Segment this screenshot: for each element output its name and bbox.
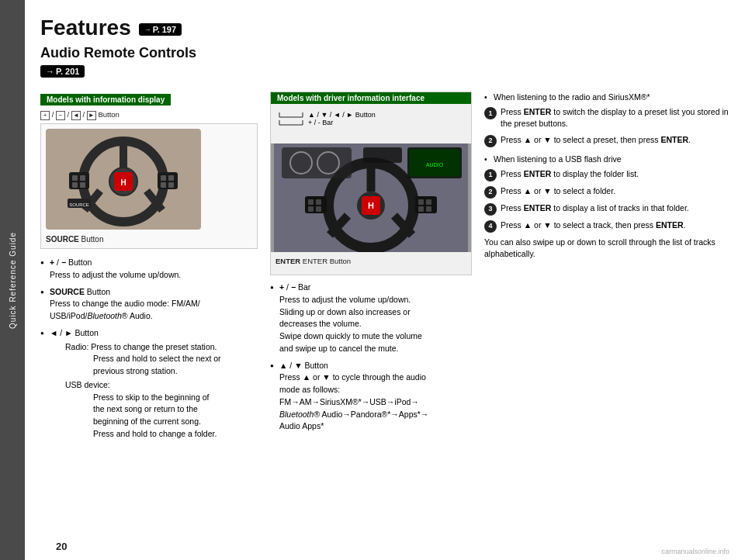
note-text: You can also swipe up or down to scroll …	[484, 237, 729, 260]
svg-rect-13	[158, 172, 178, 189]
driver-wheel-svg: H	[274, 143, 468, 252]
radio-indent2: Press and hold to select the next or pre…	[65, 353, 258, 378]
step-num-2-usb: 2	[484, 186, 497, 199]
step-num-1: 1	[484, 107, 497, 119]
driver-info-box: Models with driver information interface…	[270, 92, 472, 275]
plus-symbol: +	[40, 111, 50, 120]
step-num-1-usb: 1	[484, 169, 497, 181]
right-column: When listening to the radio and SiriusXM…	[484, 92, 729, 445]
radio-indent: Radio: Press to change the preset statio…	[50, 341, 258, 378]
when-usb-intro: When listening to a USB flash drive	[484, 154, 729, 165]
content-area: Models with information display + / − / …	[40, 92, 729, 445]
left-diagram-box: H	[40, 123, 258, 249]
mid-bullet-bar: + / − Bar Press to adjust the volume up/…	[270, 282, 472, 355]
svg-rect-17	[168, 182, 174, 188]
step-3-usb: 3 Press ENTER to display a list of track…	[484, 202, 729, 216]
page-title: Features	[40, 16, 131, 40]
bracket-arrow2	[275, 119, 307, 126]
svg-rect-11	[72, 182, 78, 188]
step-1-radio: 1 Press ENTER to switch the display to a…	[484, 106, 729, 130]
page-number: 20	[56, 541, 67, 552]
svg-rect-8	[69, 172, 89, 189]
mid-label-arrows: ▲ / ▼ / ◄ / ► Button	[275, 111, 466, 119]
enter-btn-caption: ENTER ENTER Button	[271, 255, 471, 270]
bullet-prev-next: ◄ / ► Button Radio: Press to change the …	[40, 327, 258, 441]
step-num-3-usb: 3	[484, 203, 497, 216]
svg-rect-9	[72, 175, 78, 181]
svg-rect-38	[316, 206, 321, 212]
left-button-line: + / − / ◄ / ► Button	[40, 110, 258, 120]
usb-indent2: Press to skip to the beginning of the ne…	[65, 392, 258, 441]
svg-rect-40	[418, 199, 424, 205]
bracket-arrow	[275, 111, 307, 119]
svg-rect-12	[80, 182, 85, 188]
step-num-4-usb: 4	[484, 220, 497, 233]
step-4-usb: 4 Press ▲ or ▼ to select a track, then p…	[484, 220, 729, 233]
driver-info-label: Models with driver information interface	[271, 92, 471, 104]
when-radio-intro: When listening to the radio and SiriusXM…	[484, 92, 729, 103]
bullet-source: SOURCE Button Press to change the audio …	[40, 286, 258, 323]
left-bullet-list: + / − Button Press to adjust the volume …	[40, 257, 258, 441]
left-info-label: Models with information display	[40, 94, 171, 105]
sidebar: Quick Reference Guide	[0, 0, 25, 560]
sidebar-label: Quick Reference Guide	[9, 232, 17, 329]
right-arrow-symbol: ►	[87, 111, 96, 120]
svg-rect-47	[363, 147, 402, 163]
middle-column: Models with driver information interface…	[270, 92, 472, 445]
step-2-radio: 2 Press ▲ or ▼ to select a preset, then …	[484, 134, 729, 147]
svg-text:SOURCE: SOURCE	[69, 202, 89, 207]
svg-rect-16	[161, 182, 166, 188]
minus-symbol: −	[56, 111, 65, 120]
step-1-usb: 1 Press ENTER to display the folder list…	[484, 168, 729, 181]
left-column: Models with information display + / − / …	[40, 92, 258, 445]
step-num-2: 2	[484, 135, 497, 147]
mid-bullet-arrow-btn: ▲ / ▼ Button Press ▲ or ▼ to cycle throu…	[270, 360, 472, 434]
svg-rect-41	[426, 199, 431, 205]
bullet-plus-minus: + / − Button Press to adjust the volume …	[40, 257, 258, 282]
svg-rect-35	[308, 199, 314, 205]
section-title: Audio Remote Controls	[40, 45, 729, 61]
driver-steering-image: H	[271, 143, 471, 252]
watermark: carmanualsonline.info	[661, 548, 729, 555]
section-ref-badge: → P. 201	[40, 65, 85, 78]
svg-text:H: H	[368, 201, 374, 210]
svg-rect-15	[168, 175, 174, 181]
svg-rect-37	[308, 206, 314, 212]
main-content: Features → P. 197 Audio Remote Controls …	[25, 0, 745, 560]
svg-rect-43	[426, 206, 431, 212]
step-2-usb: 2 Press ▲ or ▼ to select a folder.	[484, 185, 729, 199]
source-caption: SOURCE Button	[46, 235, 252, 244]
svg-rect-10	[80, 175, 85, 181]
left-steering-diagram: H	[46, 129, 201, 230]
svg-text:H: H	[120, 178, 126, 187]
mid-label-bar: + / - Bar	[275, 119, 466, 126]
svg-rect-14	[161, 175, 166, 181]
svg-rect-42	[418, 206, 424, 212]
svg-rect-36	[316, 199, 321, 205]
title-ref-badge: → P. 197	[139, 23, 182, 36]
usb-indent: USB device: Press to skip to the beginni…	[50, 379, 258, 441]
middle-bullet-list: + / − Bar Press to adjust the volume up/…	[270, 282, 472, 433]
svg-text:AUDIO: AUDIO	[426, 162, 444, 168]
left-arrow-symbol: ◄	[71, 111, 81, 120]
